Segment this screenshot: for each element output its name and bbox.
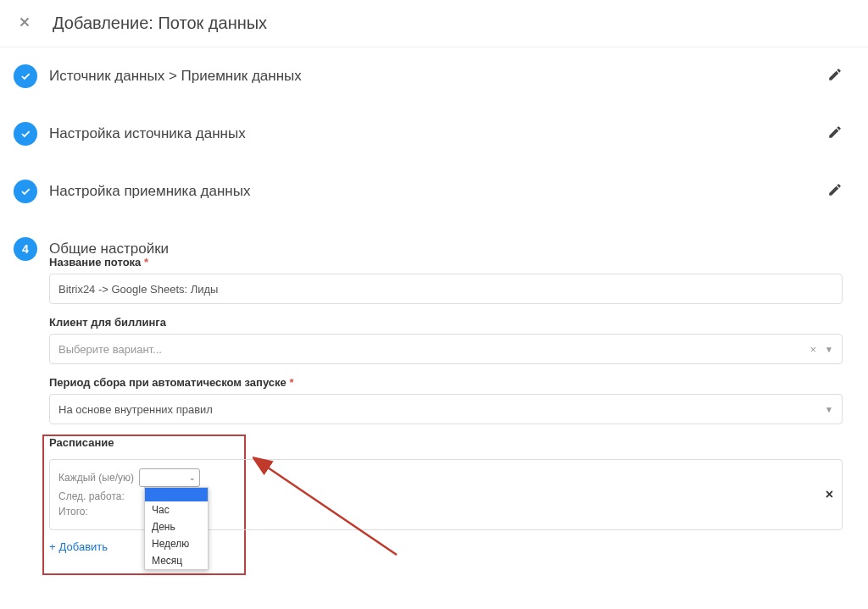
step-3-marker	[14, 180, 37, 203]
period-select[interactable]: На основе внутренних правил ▼	[49, 394, 843, 424]
chevron-down-icon: ⌄	[189, 473, 196, 482]
period-value: На основе внутренних правил	[58, 403, 213, 416]
every-label: Каждый (ые/ую)	[58, 472, 134, 484]
step-4-number: 4	[22, 242, 29, 256]
step-2-marker	[14, 122, 37, 146]
chevron-down-icon: ▼	[825, 405, 833, 414]
close-icon[interactable]	[17, 14, 32, 32]
clear-client-icon[interactable]: ×	[810, 343, 817, 356]
step-1-title: Источник данных > Приемник данных	[49, 68, 302, 85]
add-label: Добавить	[59, 540, 108, 553]
dropdown-option-month[interactable]: Месяц	[145, 552, 208, 569]
stream-name-input[interactable]	[49, 274, 843, 304]
frequency-select[interactable]: ⌄	[139, 468, 200, 487]
frequency-dropdown: Час День Неделю Месяц	[144, 487, 209, 570]
edit-step-1-icon[interactable]	[827, 67, 843, 86]
client-select[interactable]: Выберите вариант... × ▼	[49, 334, 843, 364]
step-1-marker	[14, 64, 37, 88]
edit-step-3-icon[interactable]	[827, 182, 843, 201]
page-title: Добавление: Поток данных	[53, 14, 267, 33]
next-run-label: След. работа:	[58, 490, 125, 502]
plus-icon: +	[49, 540, 56, 553]
dropdown-option-blank[interactable]	[145, 488, 208, 501]
step-4-title: Общие настройки	[49, 241, 169, 257]
edit-step-2-icon[interactable]	[827, 125, 843, 143]
step-3-title: Настройка приемника данных	[49, 183, 250, 200]
stream-name-field[interactable]	[58, 283, 833, 296]
dropdown-option-hour[interactable]: Час	[145, 501, 208, 518]
schedule-title: Расписание	[49, 436, 843, 449]
step-2-title: Настройка источника данных	[49, 125, 246, 142]
remove-schedule-icon[interactable]: ×	[826, 487, 842, 502]
period-label: Период сбора при автоматическом запуске …	[49, 376, 843, 389]
step-4-marker: 4	[14, 237, 37, 261]
add-schedule-button[interactable]: + Добавить	[49, 540, 108, 553]
client-label: Клиент для биллинга	[49, 316, 843, 329]
dropdown-option-week[interactable]: Неделю	[145, 535, 208, 552]
dropdown-option-day[interactable]: День	[145, 518, 208, 535]
chevron-down-icon: ▼	[825, 345, 833, 354]
total-label: Итого:	[58, 506, 88, 518]
client-placeholder: Выберите вариант...	[58, 343, 162, 356]
